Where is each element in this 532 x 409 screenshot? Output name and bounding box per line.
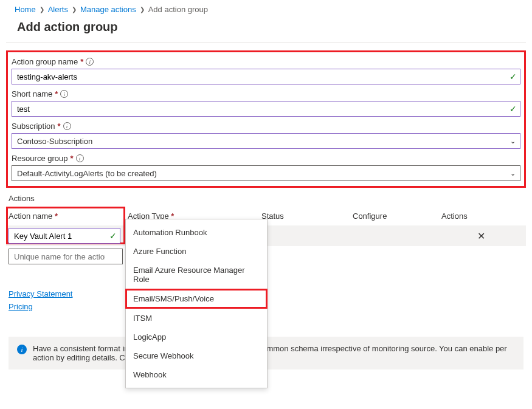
required-icon: * bbox=[55, 211, 58, 221]
action-name-input[interactable] bbox=[9, 228, 120, 244]
privacy-statement-link[interactable]: Privacy Statement bbox=[9, 289, 73, 298]
breadcrumb: Home ❯ Alerts ❯ Manage actions ❯ Add act… bbox=[0, 0, 532, 18]
required-icon: * bbox=[71, 154, 74, 163]
info-icon[interactable]: i bbox=[60, 90, 68, 98]
option-itsm[interactable]: ITSM bbox=[126, 309, 267, 328]
chevron-right-icon: ❯ bbox=[72, 6, 77, 13]
actions-section-label: Actions bbox=[0, 191, 532, 207]
option-logicapp[interactable]: LogicApp bbox=[126, 328, 267, 346]
form-highlight-box: Action group name * i ✓ Short name * i ✓… bbox=[6, 50, 526, 188]
label-resource-group: Resource group bbox=[12, 154, 68, 163]
option-azure-function[interactable]: Azure Function bbox=[126, 242, 267, 261]
action-type-dropdown: Automation Runbook Azure Function Email … bbox=[125, 219, 268, 388]
chevron-right-icon: ❯ bbox=[140, 6, 145, 13]
breadcrumb-current: Add action group bbox=[148, 5, 208, 14]
field-resource-group: Resource group * i Default-ActivityLogAl… bbox=[12, 153, 520, 181]
delete-row-button[interactable]: ✕ bbox=[477, 230, 485, 242]
chevron-right-icon: ❯ bbox=[40, 6, 44, 13]
new-action-name-input[interactable] bbox=[9, 249, 123, 264]
option-automation-runbook[interactable]: Automation Runbook bbox=[126, 223, 267, 242]
required-icon: * bbox=[80, 57, 83, 66]
info-icon[interactable]: i bbox=[63, 122, 71, 130]
resource-group-select[interactable]: Default-ActivityLogAlerts (to be created… bbox=[12, 165, 520, 181]
info-icon: i bbox=[17, 345, 27, 354]
close-icon: ✕ bbox=[477, 231, 485, 241]
th-actions: Actions bbox=[441, 211, 523, 221]
field-subscription: Subscription * i Contoso-Subscription ⌄ bbox=[12, 120, 520, 149]
th-configure: Configure bbox=[353, 211, 441, 221]
breadcrumb-manage-actions[interactable]: Manage actions bbox=[80, 5, 136, 14]
page-title: Add action group bbox=[0, 18, 532, 43]
action-group-name-input[interactable] bbox=[12, 69, 520, 84]
pricing-link[interactable]: Pricing bbox=[9, 302, 73, 311]
option-email-sms-push-voice[interactable]: Email/SMS/Push/Voice bbox=[125, 289, 268, 309]
banner-text: Have a consistent format in email notifi… bbox=[33, 344, 515, 362]
info-icon[interactable]: i bbox=[86, 58, 94, 66]
breadcrumb-alerts[interactable]: Alerts bbox=[48, 5, 68, 14]
field-action-group-name: Action group name * i ✓ bbox=[12, 56, 520, 84]
required-icon: * bbox=[55, 89, 58, 98]
label-subscription: Subscription bbox=[12, 122, 55, 131]
option-email-arm-role[interactable]: Email Azure Resource Manager Role bbox=[126, 261, 267, 289]
option-webhook[interactable]: Webhook bbox=[126, 365, 267, 384]
check-icon: ✓ bbox=[510, 72, 517, 81]
info-icon[interactable]: i bbox=[76, 154, 84, 162]
label-short-name: Short name bbox=[12, 89, 52, 98]
field-short-name: Short name * i ✓ bbox=[12, 88, 520, 117]
check-icon: ✓ bbox=[109, 231, 117, 241]
breadcrumb-home[interactable]: Home bbox=[15, 5, 36, 14]
footer-links: Privacy Statement Pricing bbox=[9, 289, 73, 315]
th-action-name: Action name bbox=[9, 211, 52, 221]
divider bbox=[6, 43, 526, 43]
check-icon: ✓ bbox=[510, 104, 517, 114]
th-status: Status bbox=[261, 211, 353, 221]
subscription-select[interactable]: Contoso-Subscription bbox=[12, 133, 520, 149]
label-action-group-name: Action group name bbox=[12, 57, 78, 66]
short-name-input[interactable] bbox=[12, 101, 520, 117]
required-icon: * bbox=[58, 122, 61, 131]
option-secure-webhook[interactable]: Secure Webhook bbox=[126, 346, 267, 365]
